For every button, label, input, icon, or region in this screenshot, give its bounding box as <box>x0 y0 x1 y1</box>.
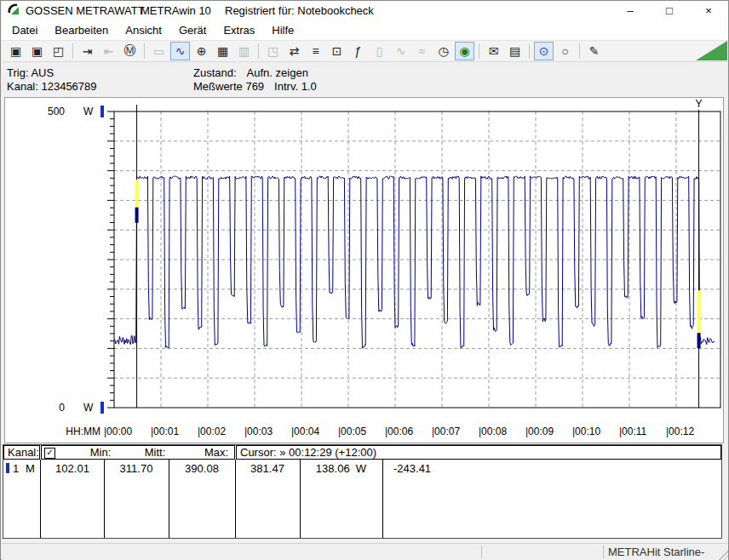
title-registration: Registriert für: Notebookcheck <box>225 4 374 17</box>
row-channel-flag: M <box>26 462 35 475</box>
table-grid-line <box>382 460 383 538</box>
zoom-mode-icon[interactable]: ○ <box>555 42 575 60</box>
write-device-icon-glyph: ⇤ <box>104 44 114 58</box>
results-table: Kanal: Min: Mitt: Max: Cursor: » 00:12:2… <box>3 444 722 539</box>
brand-triangle-icon <box>696 41 727 60</box>
menu-item-gert[interactable]: Gerät <box>170 21 215 39</box>
send-report-icon-glyph: ✉ <box>489 44 499 58</box>
statusbar-divider <box>603 546 604 558</box>
row-cursor-right-number: 138.06 <box>316 462 350 475</box>
svg-text:|00:01: |00:01 <box>151 426 179 437</box>
envelope-curve-icon: ∿ <box>391 42 410 60</box>
save-as-icon-glyph: ▣ <box>32 44 43 58</box>
annotation-icon[interactable]: ✎ <box>584 42 604 60</box>
memory-read-icon[interactable]: Ⓜ <box>120 42 140 60</box>
toolbar-separator <box>258 43 259 59</box>
svg-text:|00:02: |00:02 <box>198 426 226 437</box>
power-chart[interactable]: 500W0WHH:MM|00:00|00:01|00:02|00:03|00:0… <box>5 98 721 441</box>
device-transfer-icon[interactable]: ⇄ <box>284 42 304 60</box>
menu-item-datei[interactable]: Datei <box>3 21 46 39</box>
state-label: Zustand: <box>193 66 237 79</box>
annotation-icon-glyph: ✎ <box>589 44 600 58</box>
print-icon[interactable]: ▤ <box>505 42 525 60</box>
svg-text:|00:06: |00:06 <box>385 426 413 437</box>
samples-status: Meßwerte 769Intrv. 1.0 <box>193 80 317 93</box>
maximize-button[interactable]: □ <box>650 1 689 20</box>
row-min-value: 102.01 <box>41 462 104 475</box>
close-button[interactable]: × <box>689 1 728 20</box>
save-icon[interactable]: ▣ <box>6 42 26 60</box>
svg-text:|00:05: |00:05 <box>338 426 366 437</box>
svg-text:|00:10: |00:10 <box>572 426 600 437</box>
record-timer-icon[interactable]: ◉ <box>455 42 474 60</box>
state-value: Aufn. zeigen <box>247 66 308 79</box>
save-as-icon[interactable]: ▣ <box>27 42 47 60</box>
open-folder-icon-glyph: ◰ <box>53 44 64 58</box>
info-bar: Trig: AUS Kanal: 123456789 Zustand:Aufn.… <box>2 62 728 97</box>
device-values-icon-glyph: ▯ <box>376 44 383 58</box>
row-mitt-value: 311.70 <box>104 462 169 475</box>
table-view-icon[interactable]: ▦ <box>213 42 232 60</box>
print-icon-glyph: ▤ <box>509 44 520 58</box>
window-arrange-icon-glyph: ◳ <box>267 44 278 58</box>
svg-text:0: 0 <box>59 402 65 414</box>
svg-text:HH:MM: HH:MM <box>66 426 100 437</box>
sample-curve-icon-glyph: ≈ <box>419 44 426 58</box>
svg-text:|00:08: |00:08 <box>479 426 507 437</box>
title-bar: GOSSEN METRAWATT METRAwin 10 Registriert… <box>2 1 728 20</box>
device-values-icon: ▯ <box>370 42 389 60</box>
toolbar-separator <box>72 43 73 59</box>
lcd-display-icon-glyph: ▭ <box>153 44 164 58</box>
time-range-icon-glyph: ◷ <box>438 44 448 58</box>
channel-visibility-checkbox[interactable] <box>44 448 55 459</box>
svg-text:|00:04: |00:04 <box>291 426 319 437</box>
table-view-icon-glyph: ▦ <box>217 44 228 58</box>
statusbar-divider <box>481 546 482 558</box>
crosshair-icon[interactable]: ⊕ <box>192 42 211 60</box>
svg-text:|00:09: |00:09 <box>525 426 554 437</box>
window-arrange-icon: ◳ <box>263 42 283 60</box>
zoom-mode-icon-glyph: ○ <box>561 44 568 58</box>
window-controls: – □ × <box>611 1 728 20</box>
read-device-icon[interactable]: ⇥ <box>77 42 97 60</box>
crosshair-icon-glyph: ⊕ <box>197 44 207 58</box>
live-monitor-icon[interactable]: ⊡ <box>327 42 347 60</box>
menu-item-ansicht[interactable]: Ansicht <box>117 21 170 39</box>
sample-curve-icon: ≈ <box>412 42 432 60</box>
state-status: Zustand:Aufn. zeigen <box>193 66 308 79</box>
menu-item-hilfe[interactable]: Hilfe <box>263 21 302 39</box>
device-transfer-icon-glyph: ⇄ <box>290 44 300 58</box>
statistics-icon-glyph: ▥ <box>238 44 250 58</box>
chart-panel[interactable]: 500W0WHH:MM|00:00|00:01|00:02|00:03|00:0… <box>4 97 724 443</box>
read-device-icon-glyph: ⇥ <box>83 44 93 58</box>
svg-text:500: 500 <box>48 106 65 117</box>
zoom-curve-icon[interactable]: ⊙ <box>534 42 554 60</box>
row-cursor-right-value: 138.06 W <box>300 462 382 475</box>
status-bar: METRAHit Starline-Serie <box>2 543 728 560</box>
formula-icon[interactable]: ƒ <box>348 42 368 60</box>
time-range-icon[interactable]: ◷ <box>433 42 453 60</box>
statistics-icon: ▥ <box>234 42 254 60</box>
minimize-button[interactable]: – <box>611 1 650 20</box>
save-icon-glyph: ▣ <box>10 44 21 58</box>
lcd-display-icon: ▭ <box>149 42 169 60</box>
channel-color-marker <box>6 463 9 473</box>
send-report-icon[interactable]: ✉ <box>484 42 503 60</box>
svg-text:|00:03: |00:03 <box>244 426 273 437</box>
record-timer-icon-glyph: ◉ <box>459 44 469 58</box>
trigger-status: Trig: AUS <box>7 66 54 79</box>
toolbar-separator <box>479 43 479 59</box>
curve-view-icon[interactable]: ∿ <box>170 42 190 60</box>
device-settings-icon[interactable]: ≡ <box>306 42 325 60</box>
row-max-value: 390.08 <box>169 462 235 475</box>
svg-text:W: W <box>83 402 94 414</box>
toolbar-separator <box>579 43 580 59</box>
curve-view-icon-glyph: ∿ <box>175 44 186 58</box>
toolbar-separator <box>529 43 530 59</box>
menu-item-bearbeiten[interactable]: Bearbeiten <box>46 21 117 39</box>
toolbar-separator <box>144 43 145 59</box>
zoom-curve-icon-glyph: ⊙ <box>539 44 549 58</box>
menu-item-extras[interactable]: Extras <box>215 21 263 39</box>
open-folder-icon[interactable]: ◰ <box>49 42 68 60</box>
title-app-name: GOSSEN METRAWATT <box>26 4 145 17</box>
